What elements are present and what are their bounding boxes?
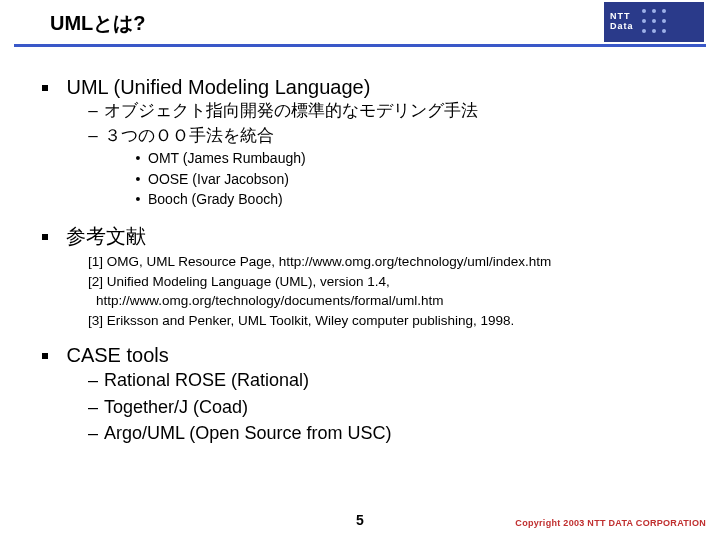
list-item: –Together/J (Coad) <box>42 394 690 420</box>
reference-item: [1] OMG, UML Resource Page, http://www.o… <box>88 252 690 272</box>
dash-icon: – <box>88 420 98 446</box>
reference-item-cont: http://www.omg.org/technology/documents/… <box>88 291 690 311</box>
dash-icon: – <box>88 124 98 149</box>
section-heading: UML (Unified Modeling Language) <box>66 76 370 98</box>
dash-icon: – <box>88 367 98 393</box>
copyright-text: Copyright 2003 NTT DATA CORPORATION <box>515 518 706 528</box>
dash-icon: – <box>88 394 98 420</box>
bullet-icon <box>42 234 48 240</box>
list-item: •OMT (James Rumbaugh) <box>42 148 690 168</box>
reference-item: [3] Eriksson and Penker, UML Toolkit, Wi… <box>88 311 690 331</box>
list-item-text: Booch (Grady Booch) <box>148 191 283 207</box>
brand-logo-text: NTT Data <box>610 12 634 32</box>
brand-dots-icon <box>642 9 668 35</box>
list-item-text: Argo/UML (Open Source from USC) <box>104 423 391 443</box>
section-heading: 参考文献 <box>66 225 146 247</box>
bullet-icon <box>42 85 48 91</box>
bullet-icon <box>42 353 48 359</box>
list-item-text: OOSE (Ivar Jacobson) <box>148 171 289 187</box>
section-case-tools: CASE tools –Rational ROSE (Rational) –To… <box>42 344 690 445</box>
section-references: 参考文献 [1] OMG, UML Resource Page, http://… <box>42 223 690 330</box>
slide-title: UMLとは? <box>50 10 146 37</box>
list-item: –３つのＯＯ手法を統合 <box>42 124 690 149</box>
dot-icon: • <box>134 169 142 189</box>
list-item-text: OMT (James Rumbaugh) <box>148 150 306 166</box>
dash-icon: – <box>88 99 98 124</box>
slide-header: UMLとは? NTT Data <box>0 0 720 44</box>
list-item-text: ３つのＯＯ手法を統合 <box>104 126 274 145</box>
brand-logo-line2: Data <box>610 22 634 32</box>
slide-body: UML (Unified Modeling Language) –オブジェクト指… <box>42 76 690 452</box>
list-item: –オブジェクト指向開発の標準的なモデリング手法 <box>42 99 690 124</box>
list-item-text: オブジェクト指向開発の標準的なモデリング手法 <box>104 101 478 120</box>
brand-logo: NTT Data <box>604 2 704 42</box>
header-divider <box>14 44 706 47</box>
list-item: •Booch (Grady Booch) <box>42 189 690 209</box>
dot-icon: • <box>134 189 142 209</box>
list-item: –Argo/UML (Open Source from USC) <box>42 420 690 446</box>
list-item-text: Together/J (Coad) <box>104 397 248 417</box>
list-item-text: Rational ROSE (Rational) <box>104 370 309 390</box>
reference-list: [1] OMG, UML Resource Page, http://www.o… <box>42 252 690 330</box>
list-item: –Rational ROSE (Rational) <box>42 367 690 393</box>
section-heading: CASE tools <box>66 344 168 366</box>
section-uml: UML (Unified Modeling Language) –オブジェクト指… <box>42 76 690 209</box>
reference-item: [2] Unified Modeling Language (UML), ver… <box>88 272 690 292</box>
dot-icon: • <box>134 148 142 168</box>
list-item: •OOSE (Ivar Jacobson) <box>42 169 690 189</box>
